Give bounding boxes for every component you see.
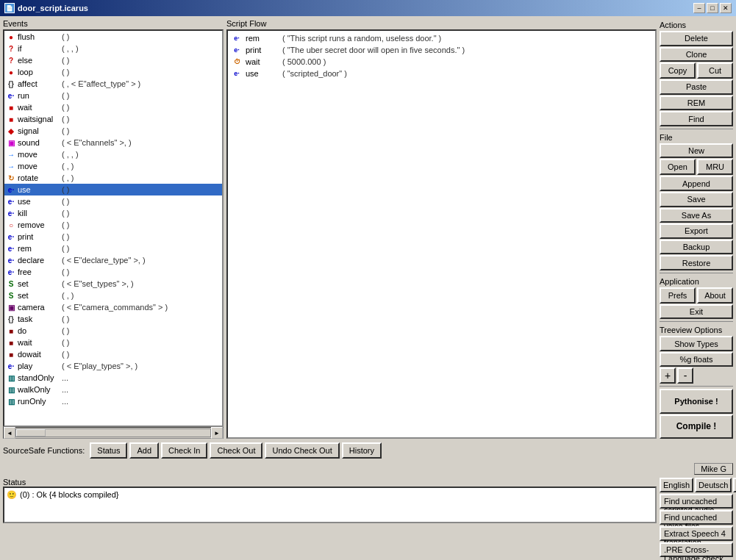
- event-row[interactable]: ■ waitsignal ( ): [4, 113, 222, 125]
- paste-button[interactable]: Paste: [660, 79, 733, 95]
- event-row[interactable]: e· free ( ): [4, 266, 222, 278]
- event-row[interactable]: ▥ runOnly ...: [4, 395, 222, 407]
- restore-button[interactable]: Restore: [660, 255, 733, 270]
- script-row[interactable]: e· use ( "scripted_door" ): [229, 68, 654, 79]
- events-list: ● flush ( ) ? if ( , , ) ? else ( ) ● lo…: [4, 31, 222, 407]
- pythonise-button[interactable]: Pythonise !: [660, 389, 733, 413]
- script-content[interactable]: e· rem ( "This script runs a random, use…: [226, 29, 657, 439]
- cross-language-button[interactable]: .PRE Cross-Language check: [660, 542, 733, 557]
- event-row[interactable]: ○ remove ( ): [4, 219, 222, 231]
- add-button[interactable]: Add: [129, 442, 159, 459]
- minus-button[interactable]: -: [677, 367, 693, 384]
- new-button[interactable]: New: [660, 143, 733, 159]
- event-icon: S: [6, 291, 16, 300]
- undo-check-out-button[interactable]: Undo Check Out: [265, 442, 339, 459]
- event-row[interactable]: ■ wait ( ): [4, 101, 222, 113]
- event-row[interactable]: e· rem ( ): [4, 243, 222, 254]
- minimize-button[interactable]: –: [693, 3, 705, 13]
- status-button[interactable]: Status: [90, 442, 127, 459]
- event-row[interactable]: ? else ( ): [4, 54, 222, 66]
- event-row[interactable]: ■ dowait ( ): [4, 348, 222, 360]
- script-cmd-icon: e·: [231, 45, 243, 55]
- event-params: ...: [62, 397, 221, 406]
- event-row[interactable]: ● flush ( ): [4, 31, 222, 43]
- event-params: ( ): [62, 315, 221, 323]
- rem-button[interactable]: REM: [660, 96, 733, 111]
- find-button[interactable]: Find: [660, 111, 733, 126]
- plus-button[interactable]: +: [660, 367, 676, 384]
- event-row[interactable]: e· kill ( ): [4, 207, 222, 219]
- check-in-button[interactable]: Check In: [161, 442, 207, 459]
- prefs-button[interactable]: Prefs: [660, 287, 696, 304]
- event-row[interactable]: e· use ( ): [4, 184, 222, 195]
- save-as-button[interactable]: Save As: [660, 208, 733, 223]
- copy-button[interactable]: Copy: [660, 62, 696, 79]
- event-row[interactable]: e· use ( ): [4, 195, 222, 207]
- event-row[interactable]: ▥ walkOnly ...: [4, 384, 222, 395]
- top-section: Events ● flush ( ) ? if ( , , ) ? else (…: [3, 19, 733, 439]
- event-row[interactable]: {} task ( ): [4, 313, 222, 325]
- english-button[interactable]: English: [660, 478, 693, 492]
- floats-button[interactable]: %g floats: [660, 352, 733, 367]
- close-button[interactable]: ✕: [720, 3, 732, 13]
- event-row[interactable]: ↻ rotate ( , ): [4, 172, 222, 184]
- cut-button[interactable]: Cut: [697, 62, 733, 79]
- event-row[interactable]: e· print ( ): [4, 231, 222, 243]
- events-hscrollbar[interactable]: ◄ ►: [3, 427, 224, 439]
- find-uncached-button[interactable]: Find uncached scripted audio: [660, 494, 733, 509]
- script-row[interactable]: e· print ( "The uber secret door will op…: [229, 44, 654, 56]
- about-button[interactable]: About: [697, 287, 733, 304]
- event-row[interactable]: → move ( , ): [4, 160, 222, 172]
- exit-button[interactable]: Exit: [660, 304, 733, 320]
- save-button[interactable]: Save: [660, 192, 733, 207]
- delete-button[interactable]: Delete: [660, 31, 733, 46]
- hscroll-track[interactable]: [15, 428, 211, 437]
- deutsch-button[interactable]: Deutsch: [695, 478, 732, 492]
- event-row[interactable]: S set ( < E"set_types" >, ): [4, 278, 222, 290]
- check-out-button[interactable]: Check Out: [210, 442, 262, 459]
- extract-speech-button[interactable]: Extract Speech 4 translation: [660, 526, 733, 541]
- event-row[interactable]: ■ wait ( ): [4, 337, 222, 348]
- event-row[interactable]: ▣ sound ( < E"channels" >, ): [4, 137, 222, 148]
- event-row[interactable]: ◆ signal ( ): [4, 125, 222, 137]
- event-row[interactable]: ■ do ( ): [4, 325, 222, 337]
- event-row[interactable]: ▥ standOnly ...: [4, 372, 222, 384]
- event-row[interactable]: e· declare ( < E"declare_type" >, ): [4, 254, 222, 266]
- event-row[interactable]: {} affect ( , < E"affect_type" > ): [4, 78, 222, 90]
- export-button[interactable]: Export: [660, 223, 733, 239]
- hscroll-thumb[interactable]: [16, 429, 46, 437]
- file-label: File: [660, 133, 733, 142]
- event-row[interactable]: S set ( , ): [4, 290, 222, 301]
- script-row[interactable]: e· rem ( "This script runs a random, use…: [229, 32, 654, 44]
- maximize-button[interactable]: □: [707, 3, 718, 13]
- event-name: wait: [18, 338, 62, 347]
- find-voice-button[interactable]: Find uncached voice files: [660, 510, 733, 525]
- francais-button[interactable]: Francais: [733, 478, 736, 492]
- event-row[interactable]: → move ( , , ): [4, 148, 222, 160]
- script-row[interactable]: ⏱ wait ( 5000.000 ): [229, 56, 654, 68]
- script-cmd-args: ( 5000.000 ): [282, 57, 326, 66]
- append-button[interactable]: Append: [660, 176, 733, 191]
- scroll-left-btn[interactable]: ◄: [4, 427, 15, 439]
- event-row[interactable]: ● loop ( ): [4, 66, 222, 78]
- compile-button[interactable]: Compile !: [660, 414, 733, 439]
- event-name: if: [18, 44, 62, 53]
- mru-button[interactable]: MRU: [697, 159, 733, 175]
- event-row[interactable]: ? if ( , , ): [4, 43, 222, 54]
- scroll-right-btn[interactable]: ►: [211, 427, 223, 439]
- event-icon: e·: [6, 268, 16, 276]
- event-params: ...: [62, 385, 221, 394]
- event-params: ( ): [62, 68, 221, 76]
- event-row[interactable]: ▣ camera ( < E"camera_commands" > ): [4, 301, 222, 313]
- event-params: ( ): [62, 338, 221, 347]
- event-params: ( , ): [62, 291, 221, 300]
- event-row[interactable]: e· play ( < E"play_types" >, ): [4, 360, 222, 372]
- events-list-container[interactable]: ● flush ( ) ? if ( , , ) ? else ( ) ● lo…: [3, 29, 224, 427]
- open-button[interactable]: Open: [660, 159, 696, 175]
- show-types-button[interactable]: Show Types: [660, 336, 733, 351]
- history-button[interactable]: History: [342, 442, 382, 459]
- clone-button[interactable]: Clone: [660, 47, 733, 62]
- backup-button[interactable]: Backup: [660, 240, 733, 255]
- event-row[interactable]: e· run ( ): [4, 90, 222, 101]
- event-icon: S: [6, 279, 16, 288]
